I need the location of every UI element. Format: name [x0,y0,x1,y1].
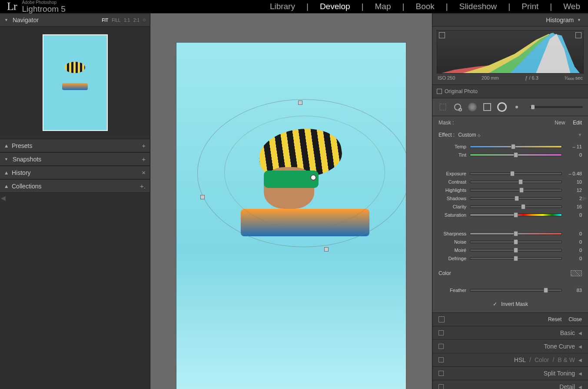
effect-dropdown[interactable]: Custom ◇ [458,132,480,138]
module-web[interactable]: Web [562,2,581,11]
effect-label: Effect : [439,132,455,138]
tool-size-slider[interactable] [530,106,583,108]
radial-tool-icon[interactable] [497,102,507,112]
mask-edit-button[interactable]: Edit [573,120,582,126]
histogram-title: Histogram [546,17,574,23]
invert-mask-row[interactable]: ✓ Invert Mask [432,298,588,312]
slider-clarity[interactable]: Clarity16 [439,202,582,211]
histogram-header[interactable]: Histogram ▼ [432,13,588,27]
exif-iso: ISO 250 [438,75,455,81]
check-icon[interactable]: ✓ [492,302,498,307]
zoom-2:1[interactable]: 2:1 [133,18,140,23]
slider-highlights[interactable]: Highlights12 [439,186,582,194]
disclosure-icon: ◀ [578,358,582,362]
original-photo-label: Original Photo [445,88,478,94]
slider-contrast[interactable]: Contrast10 [439,178,582,186]
section-split-toning[interactable]: Split Toning◀ [432,367,588,380]
left-panel: ▼Navigator FITFILL1:12:1◇ ▶Presets+▼Snap… [0,13,150,389]
right-panel: Histogram ▼ ISO 250 20 [432,13,588,389]
feather-group: Feather 83 [432,284,588,298]
zoom-1:1[interactable]: 1:1 [124,18,130,23]
checkbox-icon[interactable] [437,89,442,94]
slider-temp[interactable]: Temp– 11 [439,142,582,151]
panel-close-icon[interactable]: × [142,169,146,176]
temp-tint-group: Temp– 11Tint0 [432,141,588,163]
mask-close-button[interactable]: Close [568,316,582,322]
module-library[interactable]: Library [269,2,296,11]
zoom-options[interactable]: FITFILL1:12:1◇ [102,18,146,23]
tone-group: Exposure– 0.48Contrast10Highlights12Shad… [432,168,588,223]
color-swatch-icon[interactable] [571,270,582,276]
effect-row[interactable]: Effect : Custom ◇ ▼ [432,129,588,141]
effect-disclosure-icon[interactable]: ▼ [578,133,582,137]
feather-slider[interactable]: Feather 83 [439,286,582,294]
radial-handle-bottom[interactable] [324,247,329,252]
slider-noise[interactable]: Noise0 [439,238,582,246]
section-detail[interactable]: Detail◀ [432,380,588,389]
section-toggle-icon[interactable] [439,384,444,389]
detail-group: Sharpness0Noise0Moiré0Defringe0 [432,228,588,267]
spot-tool-icon[interactable] [452,102,463,112]
module-slideshow[interactable]: Slideshow [458,2,498,11]
redeye-tool-icon[interactable] [467,102,478,112]
mask-new-button[interactable]: New [555,120,565,126]
section-toggle-icon[interactable] [439,344,444,349]
module-map[interactable]: Map [374,2,392,11]
zoom-more-icon[interactable]: ◇ [143,18,146,23]
slider-saturation[interactable]: Saturation0 [439,211,582,219]
panel-add-icon[interactable]: + [142,155,146,163]
navigator-thumbnail[interactable] [0,27,150,139]
panel-history[interactable]: ▶History× [0,166,150,179]
mask-reset-button[interactable]: Reset [548,316,561,322]
slider-defringe[interactable]: Defringe0 [439,254,582,262]
zoom-FIT[interactable]: FIT [102,18,108,23]
disclosure-icon: ◀ [578,344,582,349]
module-develop[interactable]: Develop [319,2,351,11]
zoom-FILL[interactable]: FILL [112,18,120,23]
slider-shadows[interactable]: Shadows2 [439,194,582,202]
section-toggle-icon[interactable] [439,371,444,376]
navigator-title: Navigator [13,17,39,23]
slider-sharpness[interactable]: Sharpness0 [439,229,582,238]
logo-block: Lr Adobe Photoshop Lightroom 5 [7,0,66,13]
disclosure-icon: ◀ [578,385,582,389]
grad-tool-icon[interactable] [482,102,492,112]
exif-shutter: ¹⁄₂₀₀₀ sec [565,75,583,81]
left-collapse-arrow[interactable]: ◀ [1,194,6,201]
toggle-box-icon[interactable] [439,316,445,322]
slider-tint[interactable]: Tint0 [439,151,582,159]
loupe-view[interactable] [150,13,432,389]
section-basic[interactable]: Basic◀ [432,326,588,340]
radial-handle-top[interactable] [298,101,302,105]
color-row[interactable]: Color [432,267,588,280]
slider-exposure[interactable]: Exposure– 0.48 [439,169,582,178]
original-photo-row[interactable]: Original Photo [432,85,588,98]
color-label: Color [439,270,451,276]
module-book[interactable]: Book [415,2,435,11]
section-toggle-icon[interactable] [439,330,444,335]
radial-filter-inner[interactable] [224,116,385,229]
slider-moiré[interactable]: Moiré0 [439,246,582,254]
disclosure-icon: ◀ [578,331,582,335]
brand-main: Lightroom 5 [22,5,66,13]
mask-label: Mask : [439,120,454,126]
right-collapse-arrow[interactable]: ▶ [582,194,587,201]
module-print[interactable]: Print [521,2,539,11]
brand-sub: Adobe Photoshop [22,0,66,5]
panel-add-icon[interactable]: +. [140,182,146,190]
section-tone-curve[interactable]: Tone Curve◀ [432,340,588,353]
navigator-header[interactable]: ▼Navigator FITFILL1:12:1◇ [0,13,150,27]
panel-collections[interactable]: ▶Collections+. [0,179,150,193]
radial-filter-pin[interactable] [310,174,316,181]
panel-presets[interactable]: ▶Presets+ [0,139,150,152]
section-toggle-icon[interactable] [439,357,444,362]
section-hsl[interactable]: HSL / Color / B & W◀ [432,353,588,367]
crop-tool-icon[interactable] [438,102,448,112]
tool-strip [432,98,588,116]
radial-handle-left[interactable] [200,195,205,199]
brush-tool-icon[interactable] [512,102,522,112]
histogram[interactable] [437,30,584,74]
top-bar: Lr Adobe Photoshop Lightroom 5 Library|D… [0,0,588,13]
panel-snapshots[interactable]: ▼Snapshots+ [0,152,150,166]
panel-add-icon[interactable]: + [142,142,146,149]
